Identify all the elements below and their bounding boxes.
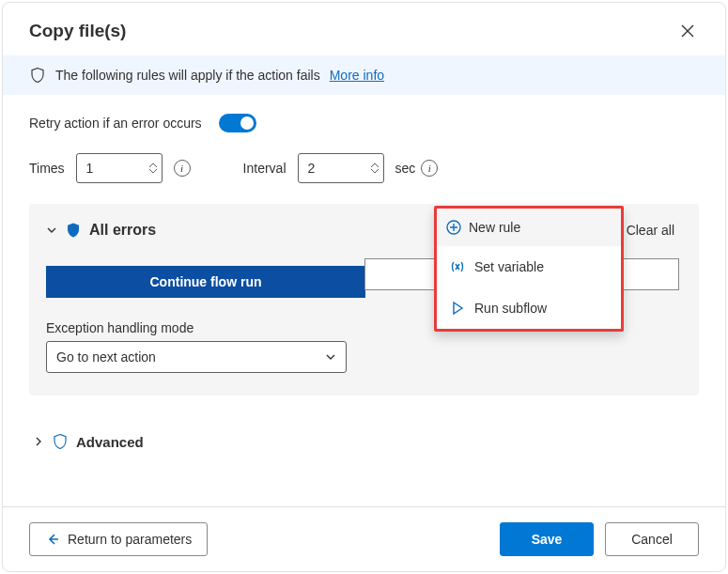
info-text: The following rules will apply if the ac… — [55, 68, 320, 83]
content-area: Retry action if an error occurs Times 1 … — [3, 95, 725, 506]
play-icon — [450, 301, 465, 316]
chevron-right-icon — [33, 436, 44, 447]
interval-label: Interval — [243, 161, 287, 176]
retry-row: Retry action if an error occurs — [29, 114, 699, 132]
menu-item-set-variable[interactable]: Set variable — [437, 246, 621, 287]
save-button[interactable]: Save — [500, 522, 594, 556]
variable-icon — [450, 259, 465, 274]
menu-item-label: Set variable — [474, 259, 544, 274]
cancel-button[interactable]: Cancel — [605, 522, 699, 556]
advanced-label: Advanced — [76, 434, 144, 450]
dialog-title: Copy file(s) — [29, 21, 126, 41]
exception-mode-select[interactable]: Go to next action — [46, 341, 347, 373]
interval-unit: sec — [395, 161, 416, 176]
close-icon — [681, 24, 694, 38]
interval-value: 2 — [308, 161, 316, 176]
cancel-label: Cancel — [631, 532, 673, 547]
clear-all-label: Clear all — [627, 223, 674, 238]
info-icon[interactable]: i — [421, 160, 438, 177]
new-rule-label: New rule — [469, 220, 520, 235]
close-button[interactable] — [676, 20, 699, 42]
retry-toggle[interactable] — [219, 114, 256, 132]
new-rule-button[interactable]: New rule — [437, 209, 621, 246]
info-bar: The following rules will apply if the ac… — [3, 55, 725, 95]
times-stepper-buttons[interactable] — [148, 163, 158, 174]
retry-inputs: Times 1 i Interval 2 sec i — [29, 153, 699, 183]
errors-title-group[interactable]: All errors — [46, 222, 156, 239]
chevron-down-icon — [325, 351, 336, 363]
times-stepper[interactable]: 1 — [76, 153, 163, 183]
interval-stepper-buttons[interactable] — [370, 163, 379, 174]
arrow-left-icon — [45, 532, 60, 547]
more-info-link[interactable]: More info — [330, 68, 384, 83]
chevron-down-icon[interactable] — [46, 225, 57, 236]
continue-label: Continue flow run — [150, 274, 262, 289]
dialog: Copy file(s) The following rules will ap… — [2, 2, 726, 572]
plus-circle-icon — [446, 220, 461, 235]
times-value: 1 — [86, 161, 94, 176]
new-rule-menu: New rule Set variable Run subflow — [434, 206, 624, 332]
dialog-footer: Return to parameters Save Cancel — [3, 506, 725, 571]
chevron-down-icon[interactable] — [148, 168, 158, 174]
menu-item-label: Run subflow — [474, 301, 547, 316]
continue-flow-run-button[interactable]: Continue flow run — [46, 266, 365, 298]
return-label: Return to parameters — [68, 532, 192, 547]
exception-mode-value: Go to next action — [56, 349, 156, 365]
save-label: Save — [532, 532, 563, 547]
info-icon[interactable]: i — [174, 160, 191, 177]
advanced-section-toggle[interactable]: Advanced — [29, 433, 699, 450]
return-to-parameters-button[interactable]: Return to parameters — [29, 522, 208, 556]
dialog-header: Copy file(s) — [3, 3, 725, 55]
errors-title: All errors — [89, 222, 156, 239]
interval-stepper[interactable]: 2 — [298, 153, 384, 183]
footer-actions: Save Cancel — [500, 522, 699, 556]
chevron-down-icon[interactable] — [370, 168, 379, 174]
menu-item-run-subflow[interactable]: Run subflow — [437, 287, 621, 329]
shield-icon — [65, 222, 82, 239]
times-label: Times — [29, 161, 65, 176]
shield-icon — [29, 67, 46, 84]
shield-icon — [52, 433, 69, 450]
retry-label: Retry action if an error occurs — [29, 116, 202, 131]
errors-panel: All errors Clear all New rule — [29, 204, 699, 396]
